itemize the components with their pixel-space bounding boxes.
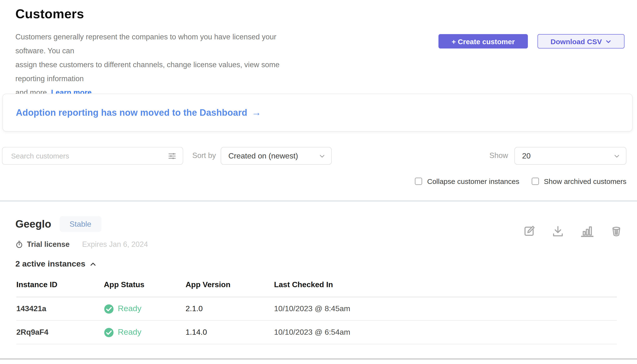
app-status-cell: Ready [104,304,185,314]
app-status-cell: Ready [104,327,185,337]
adoption-reporting-link[interactable]: Adoption reporting has now moved to the … [16,107,261,118]
collapse-instances-option: Collapse customer instances [415,177,519,185]
license-row: Trial license Expires Jan 6, 2024 [15,240,148,249]
instances-table: Instance ID App Status App Version Last … [16,280,617,344]
sort-select-value: Created on (newest) [228,152,298,160]
instance-id-cell: 2Rq9aF4 [16,328,104,337]
chevron-down-icon [605,38,611,44]
chevron-up-icon [89,260,96,268]
collapse-instances-label: Collapse customer instances [427,177,519,185]
license-type: Trial license [27,240,70,249]
show-label: Show [489,151,508,160]
show-archived-option: Show archived customers [532,177,627,185]
check-circle-icon [104,304,114,314]
arrow-right-icon: → [252,107,261,118]
license-expires: Expires Jan 6, 2024 [82,240,148,249]
show-archived-label: Show archived customers [544,177,627,185]
download-csv-button[interactable]: Download CSV [537,34,624,48]
search-box [2,147,183,165]
column-header-app-version: App Version [185,280,274,289]
page-title: Customers [15,7,84,22]
app-version-cell: 2.1.0 [185,304,274,313]
create-customer-button[interactable]: + Create customer [439,34,528,48]
description-line: assign these customers to different chan… [15,58,304,86]
column-header-instance-id: Instance ID [16,280,104,289]
trash-icon[interactable] [610,225,622,238]
app-status-label: Ready [118,328,141,337]
customers-page: Customers Customers generally represent … [0,0,637,364]
list-options-row: Collapse customer instances Show archive… [415,175,626,187]
banner-text: Adoption reporting has now moved to the … [16,107,247,118]
customer-actions [523,225,622,238]
app-version-cell: 1.14.0 [185,328,274,337]
sort-by-label: Sort by [192,151,216,160]
last-checked-in-cell: 10/10/2023 @ 8:45am [274,304,617,313]
table-row: 143421a Ready 2.1.0 10/10/2023 @ 8:45am [16,297,617,321]
search-input[interactable] [3,152,167,160]
page-description: Customers generally represent the compan… [15,30,304,100]
active-instances-label: 2 active instances [15,259,85,269]
customer-name: Geeglo [15,218,51,230]
instances-table-header: Instance ID App Status App Version Last … [16,280,617,297]
sort-select[interactable]: Created on (newest) [221,147,332,165]
active-instances-toggle[interactable]: 2 active instances [15,259,96,269]
channel-badge: Stable [59,216,101,232]
table-row: 2Rq9aF4 Ready 1.14.0 10/10/2023 @ 6:54am [16,321,617,344]
description-line: Customers generally represent the compan… [15,30,304,58]
filter-sliders-icon[interactable] [167,151,177,161]
collapse-instances-checkbox[interactable] [415,178,422,185]
chevron-down-icon [319,152,325,159]
chart-icon[interactable] [580,225,594,238]
app-status-label: Ready [118,304,141,314]
section-divider [0,200,637,202]
adoption-reporting-banner: Adoption reporting has now moved to the … [3,94,633,132]
chevron-down-icon [613,152,620,159]
column-header-app-status: App Status [104,280,185,289]
download-icon[interactable] [551,225,564,238]
show-count-value: 20 [522,152,531,160]
timer-icon [15,240,24,249]
show-count-select[interactable]: 20 [514,147,626,165]
customer-header: Geeglo Stable [15,216,101,232]
customer-bottom-divider [0,358,637,360]
check-circle-icon [104,327,114,337]
column-header-last-checked-in: Last Checked In [274,280,617,289]
show-archived-checkbox[interactable] [532,178,539,185]
download-csv-label: Download CSV [550,37,602,46]
instance-id-cell: 143421a [16,304,104,313]
edit-icon[interactable] [523,225,536,238]
last-checked-in-cell: 10/10/2023 @ 6:54am [274,328,617,337]
